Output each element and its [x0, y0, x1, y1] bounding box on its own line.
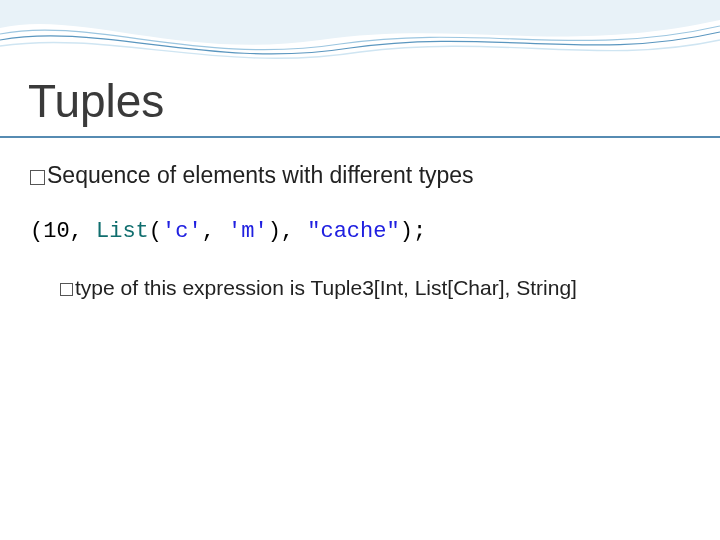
code-snippet: (10, List('c', 'm'), "cache");	[30, 219, 690, 244]
code-cache: "cache"	[307, 219, 399, 244]
bullet1-text: Sequence of elements with different type…	[47, 162, 474, 188]
title-underline	[0, 136, 720, 138]
slide: Tuples Sequence of elements with differe…	[0, 0, 720, 540]
code-lparen: (	[149, 219, 162, 244]
code-open: (	[30, 219, 43, 244]
code-ten: 10	[43, 219, 69, 244]
bullet2-text: type of this expression is Tuple3[Int, L…	[75, 276, 577, 299]
wave-decoration	[0, 0, 720, 72]
bullet-icon	[30, 170, 45, 185]
bullet-icon	[60, 283, 73, 296]
code-comma3: ,	[281, 219, 307, 244]
code-char-m: 'm'	[228, 219, 268, 244]
code-list: List	[96, 219, 149, 244]
code-close: );	[400, 219, 426, 244]
bullet-level2: type of this expression is Tuple3[Int, L…	[30, 274, 690, 302]
code-comma1: ,	[70, 219, 96, 244]
code-rparen: )	[268, 219, 281, 244]
code-char-c: 'c'	[162, 219, 202, 244]
bullet-level1: Sequence of elements with different type…	[30, 160, 690, 191]
code-comma2: ,	[202, 219, 228, 244]
slide-body: Sequence of elements with different type…	[30, 160, 690, 302]
slide-title: Tuples	[28, 74, 164, 128]
